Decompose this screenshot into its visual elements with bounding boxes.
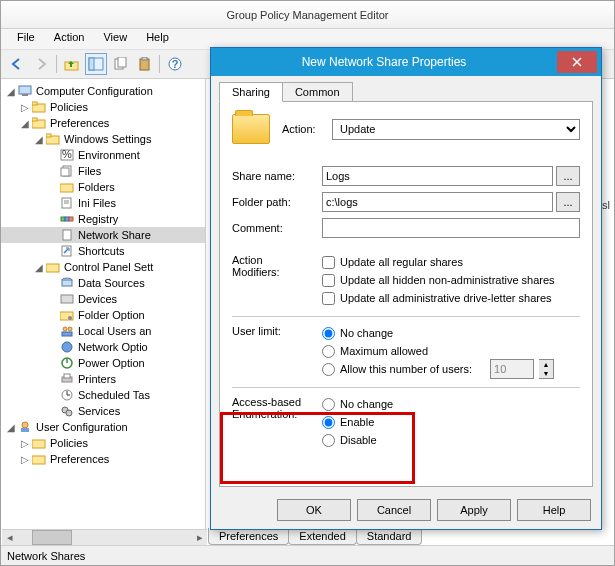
folder-path-input[interactable] [322, 192, 553, 212]
scroll-thumb[interactable] [32, 530, 72, 545]
tree-shortcuts[interactable]: Shortcuts [78, 245, 124, 257]
bottom-tabs: Preferences Extended Standard [208, 528, 421, 545]
user-limit-value [490, 359, 534, 379]
share-name-browse-button[interactable]: ... [556, 166, 580, 186]
tree-environment[interactable]: Environment [78, 149, 140, 161]
scroll-right-arrow[interactable]: ▸ [192, 530, 207, 545]
action-select[interactable]: Update [332, 119, 580, 140]
tree-ini-files[interactable]: Ini Files [78, 197, 116, 209]
update-regular-shares-checkbox[interactable] [322, 256, 335, 269]
tree-network-options[interactable]: Network Optio [78, 341, 148, 353]
svg-rect-26 [65, 217, 69, 221]
separator [232, 316, 580, 317]
tree-user-preferences[interactable]: Preferences [50, 453, 109, 465]
update-admin-shares-checkbox[interactable] [322, 292, 335, 305]
tab-common[interactable]: Common [282, 82, 353, 102]
tab-sharing[interactable]: Sharing [219, 82, 283, 102]
tree-user-policies[interactable]: Policies [50, 437, 88, 449]
toolbar-separator [56, 55, 57, 73]
tree-files[interactable]: Files [78, 165, 101, 177]
tree-computer-config[interactable]: Computer Configuration [36, 85, 153, 97]
tree-devices[interactable]: Devices [78, 293, 117, 305]
update-hidden-shares-label: Update all hidden non-administrative sha… [340, 274, 555, 286]
menu-view[interactable]: View [95, 29, 135, 45]
share-name-input[interactable] [322, 166, 553, 186]
abe-nochange-radio[interactable] [322, 398, 335, 411]
folder-path-browse-button[interactable]: ... [556, 192, 580, 212]
ok-button[interactable]: OK [277, 499, 351, 521]
update-hidden-shares-checkbox[interactable] [322, 274, 335, 287]
tree-windows-settings[interactable]: Windows Settings [64, 133, 151, 145]
back-button[interactable] [6, 53, 28, 75]
ini-icon [59, 195, 75, 211]
share-name-label: Share name: [232, 170, 295, 182]
tree-printers[interactable]: Printers [78, 373, 116, 385]
tree-user-config[interactable]: User Configuration [36, 421, 128, 433]
abe-disable-radio[interactable] [322, 434, 335, 447]
folder-icon [45, 131, 61, 147]
scroll-left-arrow[interactable]: ◂ [2, 530, 17, 545]
menu-file[interactable]: File [9, 29, 43, 45]
spinner-up[interactable]: ▲ [539, 360, 553, 369]
tab-standard[interactable]: Standard [356, 528, 423, 545]
tree-hscroll[interactable]: ◂ ▸ [2, 529, 207, 545]
up-folder-button[interactable] [61, 53, 83, 75]
tree-toggle[interactable]: ◢ [19, 118, 31, 129]
tree-data-sources[interactable]: Data Sources [78, 277, 145, 289]
help-button[interactable]: ? [164, 53, 186, 75]
help-button[interactable]: Help [517, 499, 591, 521]
user-limit-maximum-radio[interactable] [322, 345, 335, 358]
svg-rect-14 [32, 118, 37, 121]
menu-action[interactable]: Action [46, 29, 93, 45]
menu-help[interactable]: Help [138, 29, 177, 45]
tree-toggle[interactable]: ▷ [19, 454, 31, 465]
close-button[interactable] [557, 51, 597, 73]
svg-text:%: % [62, 149, 72, 160]
devices-icon [59, 291, 75, 307]
cancel-button[interactable]: Cancel [357, 499, 431, 521]
tab-preferences[interactable]: Preferences [208, 528, 289, 545]
comment-label: Comment: [232, 222, 283, 234]
tree-control-panel-settings[interactable]: Control Panel Sett [64, 261, 153, 273]
paste-button[interactable] [133, 53, 155, 75]
svg-rect-2 [89, 58, 94, 70]
tree-folders[interactable]: Folders [78, 181, 115, 193]
user-limit-label: User limit: [232, 325, 281, 337]
action-label: Action: [282, 123, 316, 135]
spinner-down[interactable]: ▼ [539, 369, 553, 378]
comment-input[interactable] [322, 218, 580, 238]
user-limit-allow-radio[interactable] [322, 363, 335, 376]
tree-network-shares[interactable]: Network Share [78, 229, 151, 241]
tab-extended[interactable]: Extended [288, 528, 356, 545]
show-hide-tree-button[interactable] [85, 53, 107, 75]
tree-services[interactable]: Services [78, 405, 120, 417]
tree-folder-options[interactable]: Folder Option [78, 309, 145, 321]
tree-toggle[interactable]: ▷ [19, 102, 31, 113]
tree-power-options[interactable]: Power Option [78, 357, 145, 369]
folder-icon [31, 435, 47, 451]
svg-rect-5 [140, 59, 149, 70]
tree-toggle[interactable]: ◢ [33, 134, 45, 145]
forward-button[interactable] [30, 53, 52, 75]
tree-pane[interactable]: ◢Computer Configuration ▷Policies ◢Prefe… [1, 79, 206, 545]
copy-button[interactable] [109, 53, 131, 75]
tree-preferences[interactable]: Preferences [50, 117, 109, 129]
tree-scheduled-tasks[interactable]: Scheduled Tas [78, 389, 150, 401]
apply-button[interactable]: Apply [437, 499, 511, 521]
tree-toggle[interactable]: ▷ [19, 438, 31, 449]
user-limit-spinner[interactable]: ▲▼ [490, 359, 554, 379]
tree-toggle[interactable]: ◢ [33, 262, 45, 273]
abe-enable-radio[interactable] [322, 416, 335, 429]
tree-registry[interactable]: Registry [78, 213, 118, 225]
tree-toggle[interactable]: ◢ [5, 86, 17, 97]
svg-point-49 [22, 422, 28, 428]
tree-toggle[interactable]: ◢ [5, 422, 17, 433]
user-limit-nochange-radio[interactable] [322, 327, 335, 340]
network-options-icon [59, 339, 75, 355]
share-folder-icon [232, 114, 270, 144]
svg-rect-50 [21, 428, 29, 432]
tree-policies[interactable]: Policies [50, 101, 88, 113]
dialog-new-network-share-properties: New Network Share Properties Sharing Com… [210, 47, 602, 530]
dialog-titlebar[interactable]: New Network Share Properties [211, 48, 601, 76]
tree-local-users[interactable]: Local Users an [78, 325, 151, 337]
